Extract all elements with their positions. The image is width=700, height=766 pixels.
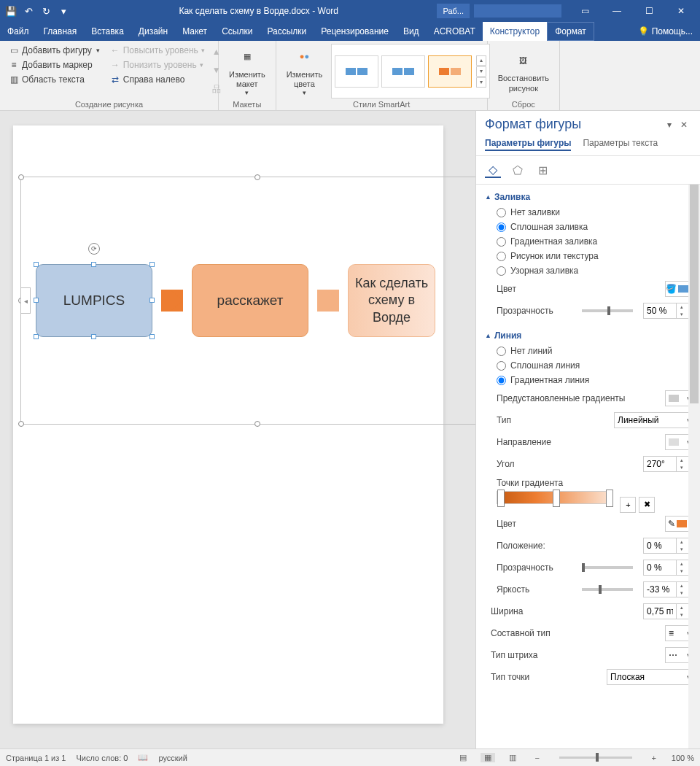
gallery-up-icon[interactable]: ▴ xyxy=(476,55,486,66)
zoom-out-icon[interactable]: − xyxy=(530,754,545,762)
change-layout-button[interactable]: ▦ Изменить макет▾ xyxy=(225,44,270,98)
style-item-3[interactable] xyxy=(428,55,472,88)
demote-button: →Понизить уровень▾ xyxy=(107,58,208,71)
remove-stop-button[interactable]: ✖ xyxy=(639,497,655,513)
rotate-handle-icon[interactable]: ⟳ xyxy=(88,243,100,255)
style-item-2[interactable] xyxy=(381,55,425,88)
tab-insert[interactable]: Вставка xyxy=(84,22,131,41)
line-transparency-slider[interactable] xyxy=(582,566,633,569)
zoom-in-icon[interactable]: + xyxy=(647,754,661,762)
close-icon[interactable]: ✕ xyxy=(665,0,697,22)
text-pane-toggle[interactable]: ◂ xyxy=(20,287,31,314)
rtl-button[interactable]: ⇄Справа налево xyxy=(107,73,208,86)
tab-view[interactable]: Вид xyxy=(396,22,427,41)
save-icon[interactable]: 💾 xyxy=(3,3,19,19)
line-solid-radio[interactable]: Сплошная линия xyxy=(485,358,694,373)
arrow-2[interactable] xyxy=(317,290,339,312)
print-layout-icon[interactable]: ▦ xyxy=(481,753,495,762)
tab-format[interactable]: Формат xyxy=(547,22,594,41)
gradient-type-combo[interactable]: Линейный▾ xyxy=(614,412,694,428)
gallery-down-icon[interactable]: ▾ xyxy=(476,66,486,77)
word-count[interactable]: Число слов: 0 xyxy=(76,754,128,762)
add-shape-button[interactable]: ▭Добавить фигуру▾ xyxy=(6,44,103,57)
account-area[interactable] xyxy=(474,4,561,18)
text-pane-button[interactable]: ▥Область текста xyxy=(6,73,103,86)
size-tab-icon[interactable]: ⊞ xyxy=(534,162,551,178)
fill-section-header[interactable]: ▲Заливка xyxy=(485,189,694,205)
brightness-spin[interactable]: ▴▾ xyxy=(643,581,694,597)
zoom-level[interactable]: 100 % xyxy=(672,754,694,762)
web-layout-icon[interactable]: ▥ xyxy=(505,753,520,762)
document-area[interactable]: ◂ LUMPICS ⟳ расскажет Как сделать схему … xyxy=(0,111,475,748)
gallery-more-icon[interactable]: ▾ xyxy=(476,77,486,88)
demote-icon: → xyxy=(110,60,120,70)
fill-transparency-label: Прозрачность xyxy=(497,306,572,316)
fill-picture-radio[interactable]: Рисунок или текстура xyxy=(485,249,694,263)
effects-tab-icon[interactable]: ⬠ xyxy=(510,162,526,178)
angle-spin[interactable]: ▴▾ xyxy=(643,456,694,472)
fill-transparency-slider[interactable] xyxy=(582,309,633,312)
minimize-icon[interactable]: — xyxy=(601,0,633,22)
smartart-tools-badge: Раб... xyxy=(437,4,470,18)
zoom-slider[interactable] xyxy=(559,757,632,759)
add-shape-icon: ▭ xyxy=(9,45,19,55)
fill-gradient-radio[interactable]: Градиентная заливка xyxy=(485,234,694,249)
fill-none-radio[interactable]: Нет заливки xyxy=(485,205,694,220)
qat-more-icon[interactable]: ▾ xyxy=(55,3,71,19)
cap-type-combo[interactable]: Плоская▾ xyxy=(607,669,694,685)
pane-title: Формат фигуры xyxy=(485,117,662,132)
add-stop-button[interactable]: + xyxy=(620,497,636,513)
line-gradient-radio[interactable]: Градиентная линия xyxy=(485,373,694,387)
group-label: Создание рисунка xyxy=(6,98,212,109)
brightness-slider[interactable] xyxy=(582,588,633,591)
style-item-1[interactable] xyxy=(335,55,378,88)
proofing-icon[interactable]: 📖 xyxy=(138,753,148,762)
change-colors-button[interactable]: ●● Изменить цвета▾ xyxy=(282,44,327,98)
pencil-icon: ✎ xyxy=(668,519,675,529)
ribbon-options-icon[interactable]: ▭ xyxy=(569,0,601,22)
read-mode-icon[interactable]: ▤ xyxy=(456,753,470,762)
window-title: Как сделать схему в Ворде.docx - Word xyxy=(80,6,437,16)
gradient-stops-track[interactable] xyxy=(497,491,613,504)
rtl-icon: ⇄ xyxy=(110,74,120,85)
pane-scrollbar[interactable] xyxy=(688,185,700,748)
tab-home[interactable]: Главная xyxy=(36,22,85,41)
tab-references[interactable]: Ссылки xyxy=(214,22,260,41)
width-spin[interactable]: ▴▾ xyxy=(643,603,694,619)
tab-mailings[interactable]: Рассылки xyxy=(260,22,314,41)
pane-close-icon[interactable]: ✕ xyxy=(677,120,691,130)
page-status[interactable]: Страница 1 из 1 xyxy=(6,754,66,762)
tab-text-options[interactable]: Параметры текста xyxy=(583,138,658,151)
tab-review[interactable]: Рецензирование xyxy=(314,22,396,41)
help-icon: 💡 xyxy=(638,26,649,36)
pane-menu-icon[interactable]: ▾ xyxy=(662,120,677,130)
redo-icon[interactable]: ↻ xyxy=(38,3,54,19)
smartart-style-gallery[interactable]: ▴ ▾ ▾ xyxy=(331,44,490,98)
smartart-box-3[interactable]: Как сделать схему в Ворде xyxy=(348,264,435,337)
text-pane-icon: ▥ xyxy=(9,74,19,85)
tab-shape-options[interactable]: Параметры фигуры xyxy=(485,138,571,151)
help-button[interactable]: 💡Помощь... xyxy=(631,22,700,41)
line-transparency-spin[interactable]: ▴▾ xyxy=(643,560,694,576)
arrow-1[interactable] xyxy=(161,290,183,312)
tab-constructor[interactable]: Конструктор xyxy=(483,22,547,41)
tab-layout[interactable]: Макет xyxy=(175,22,214,41)
fill-line-tab-icon[interactable]: ◇ xyxy=(485,162,501,178)
reset-graphic-button[interactable]: 🖼 Восстановить рисунок xyxy=(494,44,553,98)
language-status[interactable]: русский xyxy=(158,754,187,762)
smartart-box-1[interactable]: LUMPICS ⟳ xyxy=(36,264,152,337)
fill-solid-radio[interactable]: Сплошная заливка xyxy=(485,220,694,234)
line-none-radio[interactable]: Нет линий xyxy=(485,344,694,358)
fill-transparency-spin[interactable]: ▴▾ xyxy=(643,303,694,319)
line-section-header[interactable]: ▲Линия xyxy=(485,328,694,344)
tab-acrobat[interactable]: ACROBAT xyxy=(427,22,483,41)
maximize-icon[interactable]: ☐ xyxy=(633,0,665,22)
fill-pattern-radio[interactable]: Узорная заливка xyxy=(485,263,694,278)
tab-file[interactable]: Файл xyxy=(0,22,36,41)
position-spin[interactable]: ▴▾ xyxy=(643,538,694,554)
smartart-box-2[interactable]: расскажет xyxy=(192,264,308,337)
add-bullet-button[interactable]: ≡Добавить маркер xyxy=(6,58,103,71)
tab-design[interactable]: Дизайн xyxy=(131,22,175,41)
undo-icon[interactable]: ↶ xyxy=(20,3,36,19)
smartart-frame[interactable]: ◂ LUMPICS ⟳ расскажет Как сделать схему … xyxy=(20,177,475,425)
